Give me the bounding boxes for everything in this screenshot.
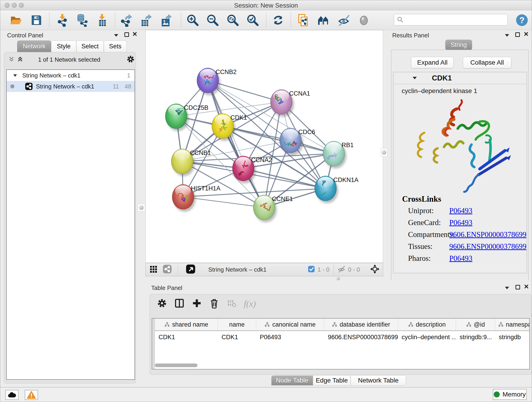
apply-style-button[interactable]: [271, 13, 286, 28]
table-cell[interactable]: CDK1: [155, 332, 218, 343]
eye-slash-icon: [337, 13, 350, 27]
open-session-button[interactable]: [8, 13, 23, 28]
table-cell[interactable]: stringdb:9...: [456, 332, 495, 343]
panel-menu-icon[interactable]: [114, 34, 118, 37]
crosslink-link[interactable]: P06493: [449, 218, 472, 227]
show-all-button[interactable]: [356, 13, 371, 28]
fit-content-button[interactable]: [370, 264, 380, 275]
column-header-namespace[interactable]: namespace: [495, 319, 530, 331]
birds-eye-view-button[interactable]: [186, 264, 196, 275]
network-collection-row[interactable]: String Network – cdk1 1: [7, 70, 134, 81]
selected-nodes-checkbox[interactable]: [308, 266, 315, 274]
export-image-button[interactable]: [158, 13, 174, 28]
table-cell[interactable]: 9606.ENSP00000378699: [324, 332, 398, 343]
hidden-toggle[interactable]: [337, 265, 346, 274]
zoom-selected-button[interactable]: [245, 13, 260, 28]
export-table-button[interactable]: [139, 13, 154, 28]
grid-mode-button[interactable]: [149, 265, 158, 274]
table-row[interactable]: CDK1CDK1P064939606.ENSP00000378699cyclin…: [155, 332, 530, 343]
collection-count: 1: [127, 72, 130, 79]
panel-close-icon[interactable]: ✕: [524, 284, 529, 289]
tab-network-table[interactable]: Network Table: [351, 375, 406, 385]
network-row[interactable]: String Network – cdk1 11 48: [7, 81, 134, 92]
cdk1-entry-header[interactable]: CDK1: [393, 72, 527, 84]
tab-sets[interactable]: Sets: [104, 41, 127, 52]
table-cell[interactable]: P06493: [256, 332, 324, 343]
zoom-out-button[interactable]: [205, 13, 220, 28]
tab-edge-table[interactable]: Edge Table: [313, 375, 351, 385]
first-neighbors-button[interactable]: [316, 13, 331, 28]
crosslink-link[interactable]: 9606.ENSP00000378699: [449, 230, 526, 239]
network-canvas[interactable]: CDK1CCNB1CCNB2CCNA1CCNA2CCNE1CDC25BCDC6C…: [146, 30, 383, 263]
table-options-button[interactable]: [157, 298, 167, 309]
import-network-icon: [56, 13, 69, 27]
expand-all-button[interactable]: Expand All: [411, 57, 454, 68]
delete-column-button[interactable]: [209, 298, 220, 309]
panel-menu-icon[interactable]: [505, 34, 509, 37]
tab-style[interactable]: Style: [51, 41, 76, 52]
crosslink-link[interactable]: P06493: [449, 206, 472, 215]
column-header-description[interactable]: description: [398, 319, 456, 331]
search-input[interactable]: [404, 16, 502, 23]
collection-expander-icon[interactable]: [13, 74, 17, 77]
column-header-shared-name[interactable]: shared name: [155, 319, 218, 331]
node-structure-icon: [327, 146, 341, 161]
crosslink-link[interactable]: 9606.ENSP00000378699: [449, 242, 526, 251]
warnings-button[interactable]: [25, 390, 38, 400]
entry-expander-icon[interactable]: [413, 77, 417, 79]
table-row-gutter: [152, 319, 155, 369]
column-header-canonical-name[interactable]: canonical name: [256, 319, 324, 331]
right-splitter-handle[interactable]: [380, 148, 387, 157]
network-edge[interactable]: [208, 80, 281, 102]
crosslink-row: GeneCard:P06493: [408, 217, 527, 229]
zoom-in-button[interactable]: [185, 13, 200, 28]
tab-network[interactable]: Network: [17, 41, 51, 52]
network-options-button[interactable]: [126, 55, 135, 64]
tab-select[interactable]: Select: [76, 41, 104, 52]
panel-float-icon[interactable]: [124, 32, 129, 37]
table-cell[interactable]: cyclin–dependent ...: [398, 332, 456, 343]
crosslink-row: Tissues:9606.ENSP00000378699: [408, 240, 527, 252]
add-column-button[interactable]: [191, 298, 202, 309]
show-columns-button[interactable]: [174, 298, 185, 309]
zoom-fit-button[interactable]: [225, 13, 240, 28]
network-view-toolbar: String Network – cdk1 1 - 0 0 - 0: [146, 263, 383, 276]
horizontal-splitter-handle[interactable]: [336, 277, 340, 280]
crosslink-link[interactable]: P06493: [449, 254, 472, 263]
import-network-button[interactable]: [55, 13, 70, 28]
search-box[interactable]: [394, 14, 508, 26]
panel-float-icon[interactable]: [515, 285, 520, 289]
column-namespace-icon: [332, 322, 337, 327]
crosslink-label: Pharos:: [408, 254, 449, 263]
column-header-database-identifier[interactable]: database identifier: [324, 319, 398, 331]
memory-button[interactable]: Memory: [493, 389, 527, 400]
column-namespace-icon: [164, 322, 170, 327]
new-network-from-selection-button[interactable]: [296, 13, 311, 28]
table-cell[interactable]: stringdb: [495, 332, 530, 343]
cloud-status-button[interactable]: [5, 390, 19, 400]
import-from-database-button[interactable]: [74, 13, 89, 28]
hide-selected-button[interactable]: [336, 13, 351, 28]
import-table-button[interactable]: [94, 13, 109, 28]
horizontal-scrollbar[interactable]: [155, 364, 197, 367]
panel-float-icon[interactable]: [515, 32, 520, 37]
column-header-label: canonical name: [272, 321, 316, 328]
export-network-button[interactable]: [119, 13, 134, 28]
table-cell[interactable]: CDK1: [218, 332, 256, 343]
panel-close-icon[interactable]: ✕: [132, 32, 138, 36]
panel-menu-icon[interactable]: [505, 287, 509, 289]
crosslink-label: Tissues:: [408, 242, 449, 251]
string-results-tab[interactable]: String: [445, 40, 472, 50]
column-header-@id[interactable]: @id: [456, 319, 495, 331]
network-mode-button[interactable]: [163, 264, 172, 274]
column-header-name[interactable]: name: [218, 319, 256, 331]
save-session-button[interactable]: [29, 13, 44, 28]
help-button[interactable]: ?: [514, 13, 530, 28]
toolbar-separator: [291, 13, 291, 27]
network-edge[interactable]: [183, 197, 264, 207]
hidden-count: 0 - 0: [348, 266, 360, 273]
panel-close-icon[interactable]: ✕: [524, 32, 529, 36]
tab-node-table[interactable]: Node Table: [271, 375, 313, 385]
collapse-all-button[interactable]: Collapse All: [463, 57, 511, 68]
left-splitter-handle[interactable]: [138, 204, 145, 211]
